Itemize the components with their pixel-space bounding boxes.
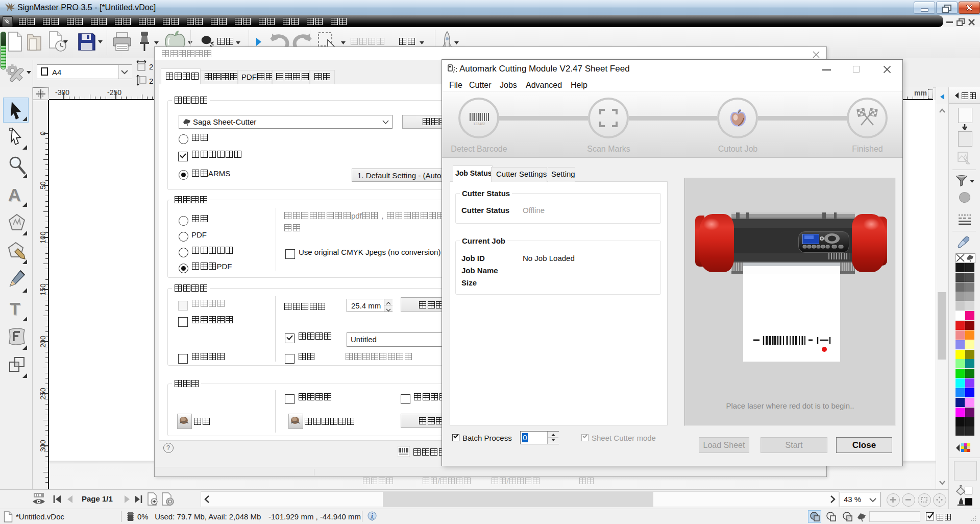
svg-text:123482: 123482 [473,122,485,126]
